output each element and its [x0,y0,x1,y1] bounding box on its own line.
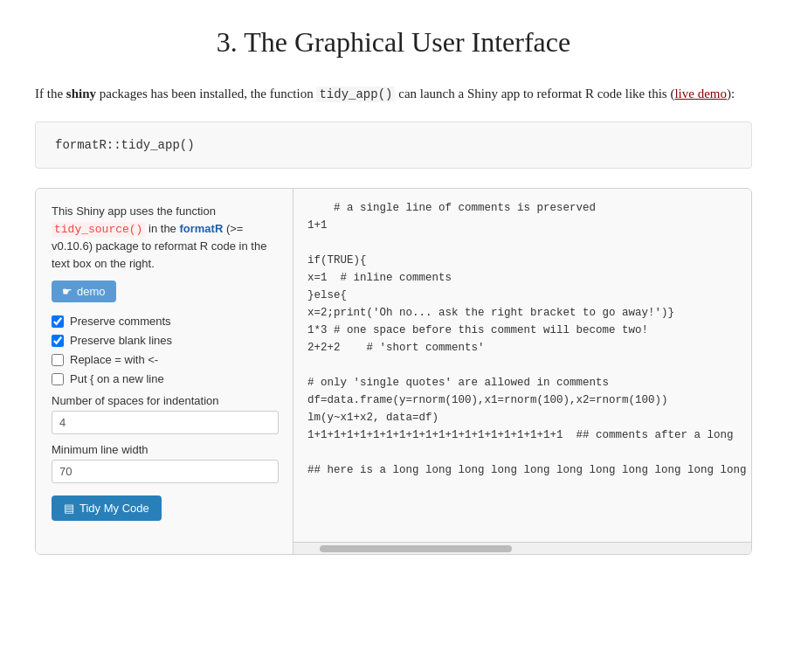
checkbox-replace-equals-input[interactable] [52,354,64,366]
intro-text-mid: packages has been installed, the functio… [96,87,316,100]
code-line: # only 'single quotes' are allowed in co… [307,374,737,391]
demo-button-label: demo [77,285,106,298]
code-line [307,444,737,461]
right-panel-code[interactable]: # a single line of comments is preserved… [293,189,751,542]
code-line: # a single line of comments is preserved [307,199,737,217]
scrollbar-thumb[interactable] [320,545,512,552]
intro-paragraph: If the shiny packages has been installed… [35,83,752,104]
indentation-label: Number of spaces for indentation [52,394,279,407]
formatr-link: formatR [179,222,223,235]
checkbox-preserve-blank-lines-label: Preserve blank lines [70,334,172,347]
code-line: df=data.frame(y=rnorm(100),x1=rnorm(100)… [307,391,737,409]
right-panel-wrapper: # a single line of comments is preserved… [293,189,751,554]
checkbox-preserve-comments-input[interactable] [52,315,64,328]
code-example-text: formatR::tidy_app() [55,138,195,152]
code-line: 1+1+1+1+1+1+1+1+1+1+1+1+1+1+1+1+1+1+1+1 … [307,426,737,444]
checkbox-preserve-comments-label: Preserve comments [70,315,171,328]
checkbox-put-brace-label: Put { on a new line [70,372,164,385]
shiny-package-name: shiny [66,87,96,100]
left-panel: This Shiny app uses the function tidy_so… [36,189,293,554]
desc-start: This Shiny app uses the function [52,204,216,218]
tidy-button-label: Tidy My Code [79,502,149,515]
tidy-my-code-button[interactable]: ▤ Tidy My Code [52,495,162,521]
demo-button[interactable]: ☛ demo [52,281,116,302]
code-line: 1*3 # one space before this comment will… [307,322,737,339]
code-line: }else{ [307,287,737,304]
code-line [307,234,737,252]
code-line: x=1 # inline comments [307,269,737,287]
horizontal-scrollbar[interactable] [293,542,751,554]
checkbox-replace-equals-label: Replace = with <- [70,353,158,366]
demo-button-icon: ☛ [62,285,72,298]
intro-text-end: can launch a Shiny app to reformat R cod… [395,87,674,100]
code-line: x=2;print('Oh no... ask the right bracke… [307,304,737,322]
intro-text-start: If the [35,87,66,100]
checkbox-preserve-blank-lines: Preserve blank lines [52,334,279,347]
checkbox-preserve-comments: Preserve comments [52,315,279,328]
code-line: 1+1 [307,217,737,234]
shiny-app-container: This Shiny app uses the function tidy_so… [35,188,752,555]
indentation-input[interactable] [52,411,279,434]
left-panel-description: This Shiny app uses the function tidy_so… [52,203,279,272]
checkbox-preserve-blank-lines-input[interactable] [52,335,64,347]
checkbox-put-brace: Put { on a new line [52,372,279,385]
min-width-label: Minimum line width [52,443,279,456]
code-line: if(TRUE){ [307,252,737,269]
checkbox-put-brace-input[interactable] [52,373,64,385]
code-line: lm(y~x1+x2, data=df) [307,409,737,426]
code-line [307,357,737,374]
code-line: 2+2+2 # 'short comments' [307,339,737,357]
code-line: ## here is a long long long long long lo… [307,461,737,479]
min-width-input[interactable] [52,460,279,483]
tidy-app-code: tidy_app() [316,87,395,102]
intro-text-close: ): [727,87,735,100]
tidy-button-icon: ▤ [64,502,74,515]
checkbox-replace-equals: Replace = with <- [52,353,279,366]
desc-mid: in the [145,222,179,235]
live-demo-link[interactable]: live demo [674,87,727,100]
page-title: 3. The Graphical User Interface [35,26,752,59]
tidy-source-code: tidy_source() [52,222,145,237]
code-example-block: formatR::tidy_app() [35,121,752,169]
